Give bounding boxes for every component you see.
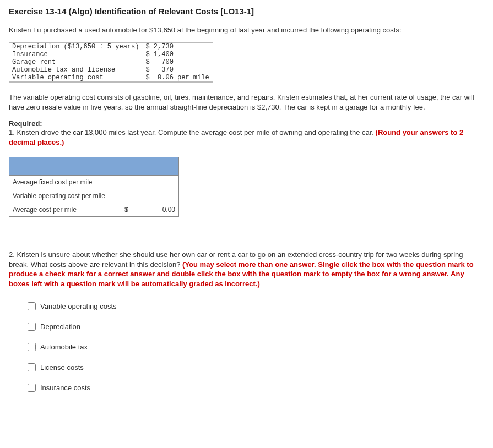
operating-cost-table: Depreciation ($13,650 ÷ 5 years) $ 2,730… [9,42,213,83]
exercise-title: Exercise 13-14 (Algo) Identification of … [9,7,484,16]
question-1-text: 1. Kristen drove the car 13,000 miles la… [9,128,484,147]
checkbox-insurance-costs[interactable] [28,384,36,392]
answer-input-cell[interactable] [121,189,179,203]
option-insurance-costs: Insurance costs [25,382,484,394]
option-label: Depreciation [40,323,80,331]
answer-row-label: Average cost per mile [9,203,121,217]
dollar-sign: $ [121,203,132,217]
cost-amount: $ 2,730 [142,42,212,51]
option-label: Variable operating costs [40,302,117,310]
answer-row-label: Variable operating cost per mile [9,189,121,203]
answer-header-blank [9,157,121,176]
cost-label: Variable operating cost [9,74,142,82]
cost-amount: $ 1,400 [142,51,212,58]
cost-label: Depreciation ($13,650 ÷ 5 years) [9,42,142,51]
answer-total-cell: 0.00 [131,203,179,217]
answer-header-blank [121,157,179,176]
cost-label: Insurance [9,51,142,58]
cost-amount: $ 0.06 per mile [142,74,212,82]
cost-amount: $ 370 [142,66,212,74]
option-label: Automobile tax [40,343,88,351]
cost-label: Garage rent [9,58,142,66]
q1-prefix: 1. Kristen drove the car 13,000 miles la… [9,128,376,136]
answer-table: Average fixed cost per mile Variable ope… [9,157,179,217]
cost-label: Automobile tax and license [9,66,142,74]
checkbox-depreciation[interactable] [28,323,36,331]
answer-input-cell[interactable] [121,176,179,189]
cost-amount: $ 700 [142,58,212,66]
option-automobile-tax: Automobile tax [25,341,484,353]
option-license-costs: License costs [25,362,484,373]
checkbox-automobile-tax[interactable] [28,343,36,351]
question-2-text: 2. Kristen is unsure about whether she s… [9,250,484,288]
option-depreciation: Depreciation [25,321,484,332]
option-label: Insurance costs [40,384,90,392]
option-variable-costs: Variable operating costs [25,301,484,312]
checkbox-group: Variable operating costs Depreciation Au… [25,301,484,394]
checkbox-variable-costs[interactable] [28,302,36,310]
intro-text: Kristen Lu purchased a used automobile f… [9,26,484,34]
required-heading: Required: [9,119,484,128]
description-text: The variable operating cost consists of … [9,92,484,112]
option-label: License costs [40,363,84,371]
answer-row-label: Average fixed cost per mile [9,176,121,189]
checkbox-license-costs[interactable] [28,363,36,371]
